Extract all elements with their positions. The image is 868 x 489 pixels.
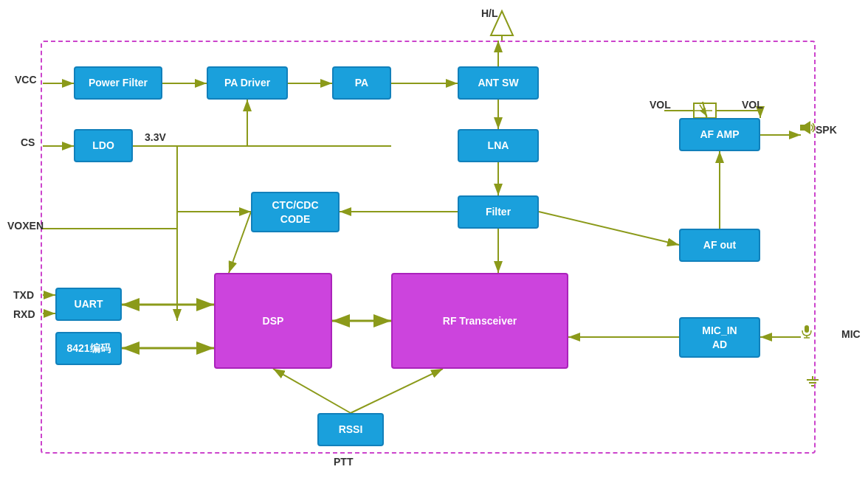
diagram-container: H/L VCC CS VOXEN TXD RXD PTT 3.3V VOL VO… — [0, 0, 868, 489]
label-spk: SPK — [816, 124, 837, 136]
af-out-block: AF out — [679, 229, 760, 262]
uart-block: UART — [55, 288, 122, 321]
ant-sw-block: ANT SW — [458, 66, 539, 100]
pa-driver-block: PA Driver — [207, 66, 288, 100]
label-vol1: VOL — [650, 99, 671, 111]
lna-block: LNA — [458, 129, 539, 162]
ctc-cdc-block: CTC/CDCCODE — [251, 192, 340, 232]
label-vol2: VOL — [742, 99, 763, 111]
label-cs: CS — [21, 136, 35, 148]
rf-transceiver-block: RF Transceiver — [391, 273, 568, 369]
pa-block: PA — [332, 66, 391, 100]
mic-icon — [799, 323, 815, 342]
af-amp-block: AF AMP — [679, 118, 760, 151]
label-txd: TXD — [13, 289, 34, 301]
filter-block: Filter — [458, 195, 539, 229]
label-ptt: PTT — [334, 456, 353, 468]
svg-rect-43 — [800, 125, 805, 131]
label-mic: MIC — [841, 328, 861, 340]
label-h-l: H/L — [481, 7, 498, 19]
mic-in-block: MIC_INAD — [679, 317, 760, 358]
speaker-icon — [799, 119, 815, 139]
label-3v3: 3.3V — [145, 131, 166, 143]
dsp-block: DSP — [214, 273, 332, 369]
svg-marker-44 — [805, 121, 810, 134]
svg-rect-45 — [805, 325, 809, 333]
ground-symbol — [805, 376, 821, 392]
label-rxd: RXD — [13, 308, 35, 320]
codec-block: 8421编码 — [55, 332, 122, 365]
rssi-block: RSSI — [317, 413, 384, 446]
ldo-block: LDO — [74, 129, 133, 162]
power-filter-block: Power Filter — [74, 66, 162, 100]
label-voxen: VOXEN — [7, 220, 44, 232]
label-vcc: VCC — [15, 74, 37, 86]
